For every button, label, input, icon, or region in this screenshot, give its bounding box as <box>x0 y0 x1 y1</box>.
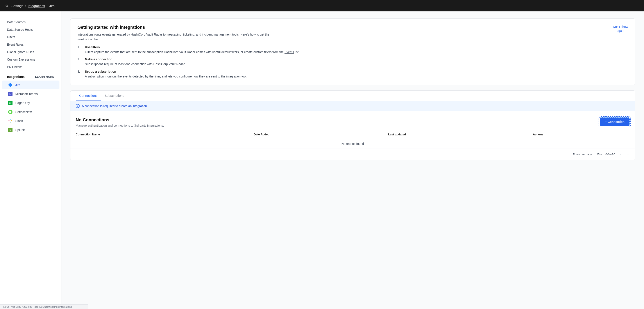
add-connection-button[interactable]: + Connection <box>600 117 630 126</box>
sidebar-nav-items: Data Sources Data Source Hosts Filters E… <box>0 19 61 71</box>
info-icon: i <box>76 104 80 108</box>
splunk-icon-container: > <box>8 128 13 132</box>
pagination-row: Rows per page: 25 ▾ 0-0 of 0 ‹ › <box>70 149 635 160</box>
step-3: 3. Set up a subscription A subscription … <box>78 70 628 79</box>
slack-icon-container <box>8 119 13 123</box>
sidebar-item-label: Data Sources <box>7 21 26 24</box>
no-connections-subtitle: Manage authentication and connections to… <box>76 124 164 127</box>
sidebar-item-label: Filters <box>7 35 15 39</box>
no-connections-title: No Connections <box>76 117 164 122</box>
breadcrumb-integrations[interactable]: Integrations <box>28 4 45 8</box>
svg-rect-14 <box>10 119 10 120</box>
step-3-content: Set up a subscription A subscription mon… <box>85 70 247 79</box>
sidebar-item-servicenow[interactable]: ServiceNow <box>2 108 60 116</box>
sidebar-item-data-source-hosts[interactable]: Data Source Hosts <box>0 26 61 33</box>
empty-message: No entries found <box>70 139 635 149</box>
jira-label: Jira <box>15 83 20 87</box>
connections-table: Connection Name Date Added Last updated … <box>70 130 635 149</box>
integrations-section-label: Integrations <box>7 75 24 79</box>
sidebar-item-label: Global Ignore Rules <box>7 50 34 54</box>
info-panel-description: Integrations route events generated by H… <box>78 32 275 42</box>
integration-items: Jira Microsoft Teams <box>0 80 61 135</box>
info-bar-message: A connection is required to create an in… <box>82 104 147 108</box>
breadcrumb-sep-1: / <box>25 4 26 8</box>
msteams-label: Microsoft Teams <box>15 92 38 96</box>
col-date-added: Date Added <box>248 130 383 139</box>
no-connections-text: No Connections Manage authentication and… <box>76 117 164 127</box>
step-1: 1. Use filters Filters capture the event… <box>78 46 628 55</box>
col-last-updated: Last updated <box>383 130 528 139</box>
chevron-down-icon: ▾ <box>600 153 602 156</box>
breadcrumb-settings: Settings <box>12 4 23 8</box>
svg-rect-16 <box>10 122 10 123</box>
sidebar-item-splunk[interactable]: > Splunk <box>2 126 60 134</box>
sidebar-item-pr-checks[interactable]: PR Checks <box>0 63 61 71</box>
pagination-prev-button[interactable]: ‹ <box>618 152 622 157</box>
learn-more-link[interactable]: LEARN MORE <box>35 75 54 78</box>
dont-show-again-link[interactable]: Don't show again <box>613 25 628 33</box>
step-2: 2. Make a connection Subscriptions requi… <box>78 58 628 67</box>
pagerduty-icon: pd <box>8 101 12 105</box>
sidebar: Data Sources Data Source Hosts Filters E… <box>0 12 62 309</box>
pagination-range: 0-0 of 0 <box>606 153 615 156</box>
table-header: Connection Name Date Added Last updated … <box>70 130 635 139</box>
step-1-title: Use filters <box>85 46 300 49</box>
step-2-content: Make a connection Subscriptions require … <box>85 58 185 67</box>
rows-per-page-label: Rows per page: <box>573 153 593 156</box>
pagination-next-button[interactable]: › <box>626 152 630 157</box>
info-panel-title: Getting started with integrations <box>78 25 628 30</box>
jira-icon <box>8 83 12 87</box>
rows-per-page-select[interactable]: 25 ▾ <box>596 153 602 156</box>
svg-rect-15 <box>11 121 12 121</box>
slack-icon <box>8 119 12 123</box>
svg-point-2 <box>11 93 12 94</box>
gear-icon: ⚙ <box>5 4 8 8</box>
tab-connections[interactable]: Connections <box>76 91 101 101</box>
step-2-num: 2. <box>78 58 82 61</box>
sidebar-item-data-sources[interactable]: Data Sources <box>0 19 61 26</box>
rows-per-page-value: 25 <box>596 153 600 156</box>
topbar: ⚙ Settings / Integrations / Jira <box>0 0 644 12</box>
sidebar-item-filters[interactable]: Filters <box>0 33 61 41</box>
sidebar-item-label: Event Rules <box>7 43 24 46</box>
step-3-title: Set up a subscription <box>85 70 247 73</box>
sidebar-item-microsoft-teams[interactable]: Microsoft Teams <box>2 90 60 98</box>
step-3-num: 3. <box>78 70 82 73</box>
url-text: ts/96b77f2c-7db9-4281-8a84-db54095face9/… <box>3 305 72 308</box>
servicenow-icon-container <box>8 110 13 114</box>
jira-icon-container <box>8 83 13 87</box>
breadcrumb-sep-2: / <box>47 4 48 8</box>
sidebar-item-jira[interactable]: Jira <box>2 81 60 89</box>
sidebar-item-event-rules[interactable]: Event Rules <box>0 41 61 48</box>
step-2-title: Make a connection <box>85 58 185 61</box>
main-layout: Data Sources Data Source Hosts Filters E… <box>0 12 644 309</box>
breadcrumb-current: Jira <box>49 4 54 8</box>
step-1-body: Filters capture the events that are sent… <box>85 50 300 54</box>
sidebar-item-global-ignore-rules[interactable]: Global Ignore Rules <box>0 48 61 56</box>
slack-label: Slack <box>15 119 23 123</box>
sidebar-item-slack[interactable]: Slack <box>2 117 60 125</box>
sidebar-item-custom-expressions[interactable]: Custom Expressions <box>0 56 61 63</box>
events-link[interactable]: Events <box>284 50 294 54</box>
splunk-label: Splunk <box>15 128 25 132</box>
table-row-empty: No entries found <box>70 139 635 149</box>
sidebar-item-pagerduty[interactable]: pd PagerDuty <box>2 99 60 107</box>
no-connections-section: No Connections Manage authentication and… <box>70 111 635 130</box>
integrations-section-header: Integrations LEARN MORE <box>0 71 61 80</box>
pagerduty-label: PagerDuty <box>15 101 30 105</box>
col-connection-name: Connection Name <box>70 130 248 139</box>
sidebar-item-label: PR Checks <box>7 65 22 69</box>
add-connection-label: + Connection <box>605 120 624 124</box>
msteams-icon-container <box>8 92 13 96</box>
breadcrumb: Settings / Integrations / Jira <box>12 4 54 8</box>
sidebar-item-label: Data Source Hosts <box>7 28 33 31</box>
servicenow-icon <box>8 110 12 114</box>
step-1-num: 1. <box>78 46 82 49</box>
servicenow-label: ServiceNow <box>15 110 32 114</box>
url-bar: ts/96b77f2c-7db9-4281-8a84-db54095face9/… <box>0 304 88 309</box>
tab-subscriptions[interactable]: Subscriptions <box>101 91 128 101</box>
step-2-body: Subscriptions require at least one conne… <box>85 62 185 66</box>
table-body: No entries found <box>70 139 635 149</box>
connections-panel: Connections Subscriptions i A connection… <box>70 90 635 160</box>
svg-rect-13 <box>8 120 10 121</box>
